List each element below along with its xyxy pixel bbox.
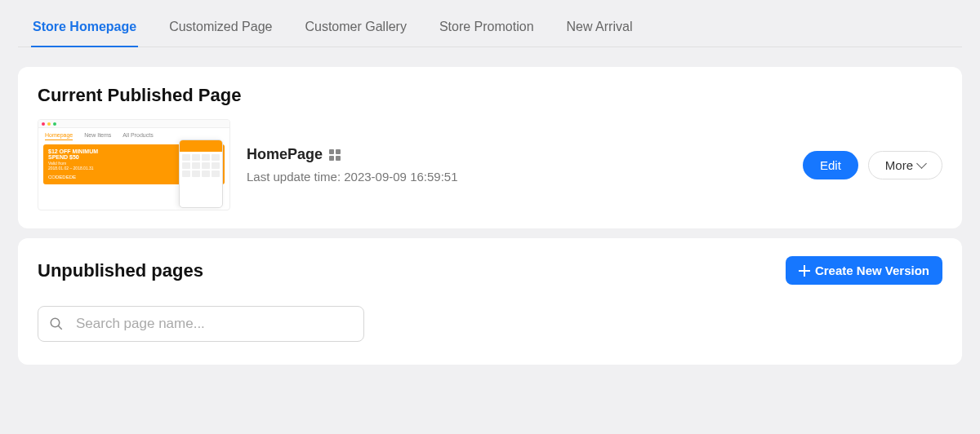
unpublished-section-title: Unpublished pages [38, 260, 203, 281]
page-thumbnail[interactable]: Homepage New Items All Products $12 OFF … [38, 119, 230, 210]
thumb-code: CODEDEDE [48, 175, 76, 179]
tab-new-arrival[interactable]: New Arrival [565, 13, 635, 47]
plus-icon [799, 265, 810, 277]
page-info: HomePage Last update time: 2023-09-09 16… [247, 146, 458, 184]
nav-tabs: Store Homepage Customized Page Customer … [18, 13, 962, 47]
svg-line-1 [58, 326, 62, 330]
page-update-time: Last update time: 2023-09-09 16:59:51 [247, 170, 458, 184]
more-button[interactable]: More [868, 151, 942, 179]
thumb-tab-homepage: Homepage [45, 132, 73, 140]
layout-grid-icon[interactable] [329, 149, 341, 161]
page-name: HomePage [247, 146, 323, 163]
thumb-tab-all-products: All Products [122, 132, 153, 140]
published-card: Current Published Page Homepage New Item… [18, 67, 962, 228]
chevron-down-icon [916, 158, 927, 169]
more-button-label: More [885, 158, 913, 172]
edit-button[interactable]: Edit [803, 151, 858, 179]
svg-point-0 [51, 318, 60, 327]
thumb-mobile-preview [179, 140, 223, 208]
tab-customized-page[interactable]: Customized Page [167, 13, 274, 47]
tab-store-promotion[interactable]: Store Promotion [438, 13, 536, 47]
tab-customer-gallery[interactable]: Customer Gallery [303, 13, 408, 47]
published-section-title: Current Published Page [38, 85, 942, 106]
search-icon [49, 317, 64, 331]
create-new-version-button[interactable]: Create New Version [786, 256, 942, 285]
search-input[interactable] [38, 306, 364, 342]
unpublished-card: Unpublished pages Create New Version [18, 238, 962, 365]
tab-store-homepage[interactable]: Store Homepage [31, 13, 138, 47]
thumb-tab-new-items: New Items [84, 132, 111, 140]
create-new-version-label: Create New Version [815, 264, 929, 277]
